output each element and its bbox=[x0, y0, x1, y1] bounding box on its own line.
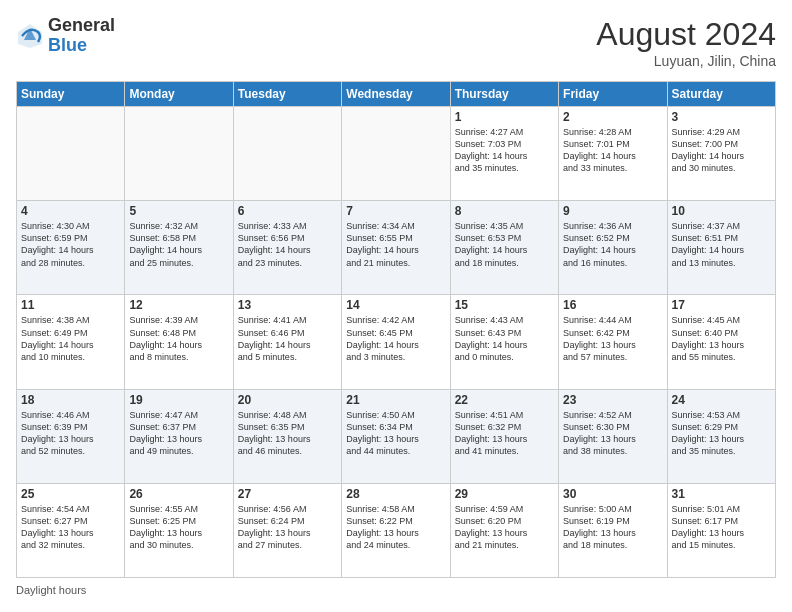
day-number: 2 bbox=[563, 110, 662, 124]
day-number: 17 bbox=[672, 298, 771, 312]
calendar-week-row: 1Sunrise: 4:27 AM Sunset: 7:03 PM Daylig… bbox=[17, 107, 776, 201]
day-info: Sunrise: 4:29 AM Sunset: 7:00 PM Dayligh… bbox=[672, 126, 771, 175]
calendar-day-cell: 13Sunrise: 4:41 AM Sunset: 6:46 PM Dayli… bbox=[233, 295, 341, 389]
day-number: 25 bbox=[21, 487, 120, 501]
calendar-table: SundayMondayTuesdayWednesdayThursdayFrid… bbox=[16, 81, 776, 578]
day-number: 30 bbox=[563, 487, 662, 501]
calendar-day-cell: 7Sunrise: 4:34 AM Sunset: 6:55 PM Daylig… bbox=[342, 201, 450, 295]
calendar-week-row: 18Sunrise: 4:46 AM Sunset: 6:39 PM Dayli… bbox=[17, 389, 776, 483]
calendar-day-cell: 28Sunrise: 4:58 AM Sunset: 6:22 PM Dayli… bbox=[342, 483, 450, 577]
calendar-day-cell: 31Sunrise: 5:01 AM Sunset: 6:17 PM Dayli… bbox=[667, 483, 775, 577]
day-number: 14 bbox=[346, 298, 445, 312]
logo-blue-text: Blue bbox=[48, 36, 115, 56]
day-info: Sunrise: 4:43 AM Sunset: 6:43 PM Dayligh… bbox=[455, 314, 554, 363]
day-number: 16 bbox=[563, 298, 662, 312]
calendar-day-cell: 5Sunrise: 4:32 AM Sunset: 6:58 PM Daylig… bbox=[125, 201, 233, 295]
day-info: Sunrise: 5:01 AM Sunset: 6:17 PM Dayligh… bbox=[672, 503, 771, 552]
day-number: 24 bbox=[672, 393, 771, 407]
calendar-day-header: Sunday bbox=[17, 82, 125, 107]
calendar-day-cell: 20Sunrise: 4:48 AM Sunset: 6:35 PM Dayli… bbox=[233, 389, 341, 483]
day-number: 27 bbox=[238, 487, 337, 501]
calendar-day-header: Wednesday bbox=[342, 82, 450, 107]
day-info: Sunrise: 4:30 AM Sunset: 6:59 PM Dayligh… bbox=[21, 220, 120, 269]
calendar-day-cell bbox=[342, 107, 450, 201]
day-info: Sunrise: 4:53 AM Sunset: 6:29 PM Dayligh… bbox=[672, 409, 771, 458]
day-number: 12 bbox=[129, 298, 228, 312]
day-number: 22 bbox=[455, 393, 554, 407]
day-info: Sunrise: 4:46 AM Sunset: 6:39 PM Dayligh… bbox=[21, 409, 120, 458]
calendar-day-cell: 24Sunrise: 4:53 AM Sunset: 6:29 PM Dayli… bbox=[667, 389, 775, 483]
day-number: 19 bbox=[129, 393, 228, 407]
day-number: 13 bbox=[238, 298, 337, 312]
calendar-day-cell: 17Sunrise: 4:45 AM Sunset: 6:40 PM Dayli… bbox=[667, 295, 775, 389]
calendar-day-cell: 1Sunrise: 4:27 AM Sunset: 7:03 PM Daylig… bbox=[450, 107, 558, 201]
calendar-day-cell: 25Sunrise: 4:54 AM Sunset: 6:27 PM Dayli… bbox=[17, 483, 125, 577]
day-info: Sunrise: 4:42 AM Sunset: 6:45 PM Dayligh… bbox=[346, 314, 445, 363]
day-number: 9 bbox=[563, 204, 662, 218]
day-number: 1 bbox=[455, 110, 554, 124]
calendar-day-cell bbox=[17, 107, 125, 201]
calendar-day-cell: 4Sunrise: 4:30 AM Sunset: 6:59 PM Daylig… bbox=[17, 201, 125, 295]
logo-general-text: General bbox=[48, 16, 115, 36]
calendar-day-cell: 8Sunrise: 4:35 AM Sunset: 6:53 PM Daylig… bbox=[450, 201, 558, 295]
calendar-day-cell: 18Sunrise: 4:46 AM Sunset: 6:39 PM Dayli… bbox=[17, 389, 125, 483]
day-info: Sunrise: 4:52 AM Sunset: 6:30 PM Dayligh… bbox=[563, 409, 662, 458]
day-number: 6 bbox=[238, 204, 337, 218]
calendar-day-cell: 6Sunrise: 4:33 AM Sunset: 6:56 PM Daylig… bbox=[233, 201, 341, 295]
day-number: 15 bbox=[455, 298, 554, 312]
calendar-day-cell: 3Sunrise: 4:29 AM Sunset: 7:00 PM Daylig… bbox=[667, 107, 775, 201]
day-info: Sunrise: 4:39 AM Sunset: 6:48 PM Dayligh… bbox=[129, 314, 228, 363]
calendar-day-cell: 22Sunrise: 4:51 AM Sunset: 6:32 PM Dayli… bbox=[450, 389, 558, 483]
calendar-day-cell: 12Sunrise: 4:39 AM Sunset: 6:48 PM Dayli… bbox=[125, 295, 233, 389]
day-info: Sunrise: 4:58 AM Sunset: 6:22 PM Dayligh… bbox=[346, 503, 445, 552]
calendar-day-header: Thursday bbox=[450, 82, 558, 107]
calendar-week-row: 25Sunrise: 4:54 AM Sunset: 6:27 PM Dayli… bbox=[17, 483, 776, 577]
calendar-day-cell: 10Sunrise: 4:37 AM Sunset: 6:51 PM Dayli… bbox=[667, 201, 775, 295]
calendar-day-header: Friday bbox=[559, 82, 667, 107]
title-area: August 2024 Luyuan, Jilin, China bbox=[596, 16, 776, 69]
day-info: Sunrise: 4:54 AM Sunset: 6:27 PM Dayligh… bbox=[21, 503, 120, 552]
calendar-day-cell: 2Sunrise: 4:28 AM Sunset: 7:01 PM Daylig… bbox=[559, 107, 667, 201]
month-year-title: August 2024 bbox=[596, 16, 776, 53]
day-number: 8 bbox=[455, 204, 554, 218]
day-info: Sunrise: 4:36 AM Sunset: 6:52 PM Dayligh… bbox=[563, 220, 662, 269]
day-number: 31 bbox=[672, 487, 771, 501]
calendar-header-row: SundayMondayTuesdayWednesdayThursdayFrid… bbox=[17, 82, 776, 107]
day-info: Sunrise: 4:50 AM Sunset: 6:34 PM Dayligh… bbox=[346, 409, 445, 458]
day-number: 4 bbox=[21, 204, 120, 218]
calendar-day-cell bbox=[125, 107, 233, 201]
day-number: 18 bbox=[21, 393, 120, 407]
day-info: Sunrise: 4:48 AM Sunset: 6:35 PM Dayligh… bbox=[238, 409, 337, 458]
day-info: Sunrise: 4:45 AM Sunset: 6:40 PM Dayligh… bbox=[672, 314, 771, 363]
day-info: Sunrise: 4:27 AM Sunset: 7:03 PM Dayligh… bbox=[455, 126, 554, 175]
day-info: Sunrise: 4:44 AM Sunset: 6:42 PM Dayligh… bbox=[563, 314, 662, 363]
calendar-day-cell: 11Sunrise: 4:38 AM Sunset: 6:49 PM Dayli… bbox=[17, 295, 125, 389]
day-info: Sunrise: 4:28 AM Sunset: 7:01 PM Dayligh… bbox=[563, 126, 662, 175]
day-number: 5 bbox=[129, 204, 228, 218]
day-number: 28 bbox=[346, 487, 445, 501]
day-info: Sunrise: 4:41 AM Sunset: 6:46 PM Dayligh… bbox=[238, 314, 337, 363]
calendar-day-cell: 26Sunrise: 4:55 AM Sunset: 6:25 PM Dayli… bbox=[125, 483, 233, 577]
calendar-day-cell: 14Sunrise: 4:42 AM Sunset: 6:45 PM Dayli… bbox=[342, 295, 450, 389]
page-header: General Blue August 2024 Luyuan, Jilin, … bbox=[16, 16, 776, 69]
day-info: Sunrise: 4:59 AM Sunset: 6:20 PM Dayligh… bbox=[455, 503, 554, 552]
calendar-day-cell: 30Sunrise: 5:00 AM Sunset: 6:19 PM Dayli… bbox=[559, 483, 667, 577]
day-number: 3 bbox=[672, 110, 771, 124]
day-info: Sunrise: 4:35 AM Sunset: 6:53 PM Dayligh… bbox=[455, 220, 554, 269]
calendar-day-cell bbox=[233, 107, 341, 201]
day-info: Sunrise: 4:56 AM Sunset: 6:24 PM Dayligh… bbox=[238, 503, 337, 552]
day-number: 26 bbox=[129, 487, 228, 501]
calendar-day-cell: 21Sunrise: 4:50 AM Sunset: 6:34 PM Dayli… bbox=[342, 389, 450, 483]
day-info: Sunrise: 4:32 AM Sunset: 6:58 PM Dayligh… bbox=[129, 220, 228, 269]
calendar-day-header: Tuesday bbox=[233, 82, 341, 107]
day-number: 29 bbox=[455, 487, 554, 501]
day-info: Sunrise: 4:33 AM Sunset: 6:56 PM Dayligh… bbox=[238, 220, 337, 269]
calendar-day-cell: 16Sunrise: 4:44 AM Sunset: 6:42 PM Dayli… bbox=[559, 295, 667, 389]
logo: General Blue bbox=[16, 16, 115, 56]
day-info: Sunrise: 4:37 AM Sunset: 6:51 PM Dayligh… bbox=[672, 220, 771, 269]
calendar-day-cell: 23Sunrise: 4:52 AM Sunset: 6:30 PM Dayli… bbox=[559, 389, 667, 483]
day-number: 11 bbox=[21, 298, 120, 312]
footer: Daylight hours bbox=[16, 584, 776, 596]
day-info: Sunrise: 4:38 AM Sunset: 6:49 PM Dayligh… bbox=[21, 314, 120, 363]
daylight-hours-label: Daylight hours bbox=[16, 584, 86, 596]
